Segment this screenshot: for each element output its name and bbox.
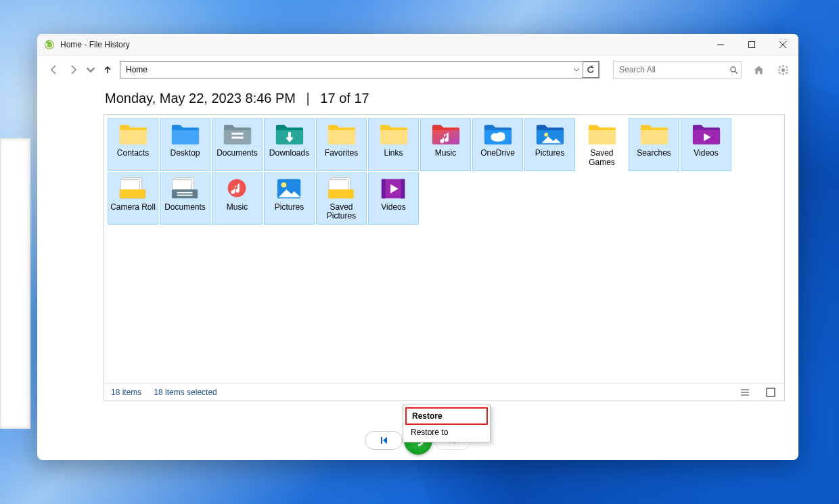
file-item-label: Pictures bbox=[535, 149, 564, 158]
history-subheader: Monday, May 22, 2023 8:46 PM | 17 of 17 bbox=[44, 84, 792, 114]
file-item[interactable]: Videos bbox=[681, 118, 731, 171]
file-item-label: Desktop bbox=[170, 149, 200, 158]
file-item[interactable]: Downloads bbox=[264, 118, 315, 171]
search-input[interactable] bbox=[614, 65, 726, 74]
lib-photo-icon bbox=[273, 176, 306, 202]
lib-docs-icon bbox=[169, 176, 202, 202]
file-item-label: OneDrive bbox=[480, 149, 515, 158]
separator: | bbox=[307, 91, 310, 106]
file-item[interactable]: Saved Games bbox=[576, 118, 627, 171]
folder-video-icon bbox=[690, 122, 723, 147]
file-item[interactable]: Music bbox=[212, 173, 263, 225]
svg-rect-32 bbox=[778, 71, 781, 74]
file-item-label: Contacts bbox=[117, 149, 149, 158]
close-button[interactable] bbox=[767, 34, 798, 55]
file-item[interactable]: Desktop bbox=[160, 118, 210, 171]
file-item[interactable]: Pictures bbox=[524, 118, 575, 171]
back-button[interactable] bbox=[45, 62, 62, 78]
file-item[interactable]: Camera Roll bbox=[108, 173, 158, 225]
snapshot-position: 17 of 17 bbox=[320, 91, 369, 106]
lib-saved-icon bbox=[325, 176, 358, 202]
folder-yellow-icon bbox=[117, 122, 150, 147]
file-item-label: Videos bbox=[381, 203, 405, 212]
svg-rect-33 bbox=[767, 388, 775, 396]
file-item[interactable]: Videos bbox=[368, 173, 419, 225]
selected-count: 18 items selected bbox=[154, 388, 217, 397]
address-bar bbox=[120, 61, 599, 78]
prev-version-button[interactable] bbox=[365, 431, 403, 450]
up-button[interactable] bbox=[99, 62, 116, 78]
svg-rect-31 bbox=[785, 66, 788, 68]
file-item-label: Saved Games bbox=[579, 149, 625, 168]
restore-context-menu: Restore Restore to bbox=[403, 405, 491, 442]
svg-rect-26 bbox=[782, 72, 784, 74]
file-item-label: Documents bbox=[164, 203, 206, 212]
file-area: ContactsDesktopDocumentsDownloadsFavorit… bbox=[104, 114, 785, 401]
file-history-window: Home - File History bbox=[37, 34, 798, 460]
search-box bbox=[613, 61, 742, 78]
window-title: Home - File History bbox=[60, 40, 130, 49]
file-item-label: Searches bbox=[637, 149, 671, 158]
file-item-label: Downloads bbox=[269, 149, 309, 158]
folder-music-icon bbox=[430, 122, 462, 147]
file-item-label: Favorites bbox=[325, 149, 358, 158]
file-item-label: Music bbox=[227, 203, 248, 212]
svg-point-24 bbox=[781, 68, 784, 71]
file-item[interactable]: Documents bbox=[160, 173, 210, 225]
content-area: Monday, May 22, 2023 8:46 PM | 17 of 17 … bbox=[37, 84, 798, 460]
menu-restore-to[interactable]: Restore to bbox=[405, 425, 488, 440]
maximize-button[interactable] bbox=[736, 34, 767, 55]
search-icon[interactable] bbox=[726, 62, 741, 78]
file-item-label: Saved Pictures bbox=[318, 203, 365, 222]
file-item-label: Camera Roll bbox=[110, 203, 156, 212]
file-item[interactable]: Documents bbox=[212, 118, 263, 171]
forward-button[interactable] bbox=[66, 62, 82, 78]
svg-rect-29 bbox=[778, 66, 781, 68]
home-icon[interactable] bbox=[751, 62, 766, 77]
file-item[interactable]: OneDrive bbox=[472, 118, 523, 171]
item-count: 18 items bbox=[111, 388, 141, 397]
icons-view-button[interactable] bbox=[764, 386, 777, 398]
history-dropdown[interactable] bbox=[86, 62, 95, 78]
file-item[interactable]: Saved Pictures bbox=[316, 173, 367, 225]
menu-restore[interactable]: Restore bbox=[405, 407, 488, 425]
lib-video-icon bbox=[378, 176, 410, 202]
file-item[interactable]: Contacts bbox=[108, 118, 158, 171]
svg-rect-27 bbox=[777, 69, 779, 70]
file-item-label: Music bbox=[435, 149, 456, 158]
toolbar bbox=[37, 55, 798, 84]
folder-yellow-icon bbox=[325, 122, 358, 147]
address-dropdown[interactable] bbox=[568, 62, 583, 78]
folder-yellow-icon bbox=[378, 122, 410, 147]
folder-docs-icon bbox=[221, 122, 254, 147]
folder-cloud-icon bbox=[482, 122, 514, 147]
file-item[interactable]: Links bbox=[368, 118, 419, 171]
svg-rect-28 bbox=[786, 69, 788, 70]
left-panel-stub bbox=[0, 138, 30, 429]
folder-photo-icon bbox=[534, 122, 566, 147]
gear-icon[interactable] bbox=[775, 62, 790, 77]
file-item-label: Videos bbox=[694, 149, 718, 158]
address-input[interactable] bbox=[120, 62, 568, 78]
refresh-button[interactable] bbox=[583, 62, 599, 78]
lib-music-icon bbox=[221, 176, 254, 202]
file-item-label: Links bbox=[384, 149, 403, 158]
svg-rect-25 bbox=[782, 64, 784, 66]
file-item[interactable]: Searches bbox=[629, 118, 679, 171]
folder-blue-icon bbox=[169, 122, 202, 147]
svg-rect-22 bbox=[749, 41, 755, 47]
file-item[interactable]: Pictures bbox=[264, 173, 315, 225]
folder-yellow-icon bbox=[586, 122, 618, 147]
status-bar: 18 items 18 items selected bbox=[104, 383, 784, 400]
folder-yellow-icon bbox=[638, 122, 671, 147]
app-icon bbox=[44, 39, 55, 50]
file-item[interactable]: Favorites bbox=[316, 118, 367, 171]
file-item-label: Documents bbox=[217, 149, 258, 158]
minimize-button[interactable] bbox=[705, 34, 736, 55]
snapshot-date: Monday, May 22, 2023 8:46 PM bbox=[105, 91, 296, 106]
file-item[interactable]: Music bbox=[420, 118, 471, 171]
lib-camera-icon bbox=[117, 176, 150, 202]
titlebar: Home - File History bbox=[37, 34, 798, 55]
file-grid[interactable]: ContactsDesktopDocumentsDownloadsFavorit… bbox=[104, 115, 784, 383]
details-view-button[interactable] bbox=[738, 386, 752, 398]
